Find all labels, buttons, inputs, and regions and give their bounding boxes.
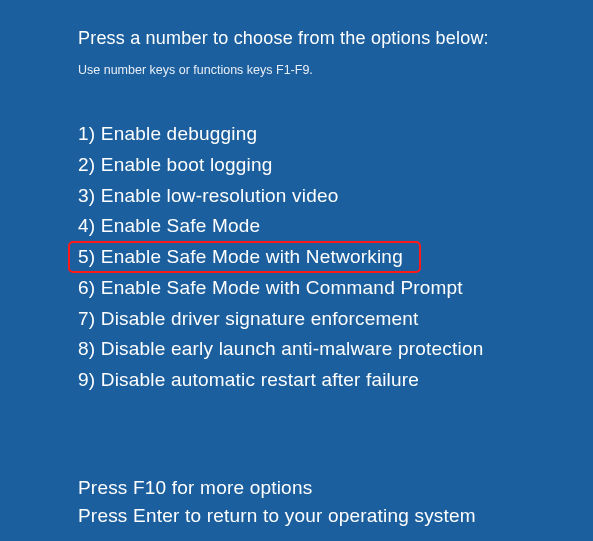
option-6[interactable]: 6) Enable Safe Mode with Command Prompt [78, 273, 593, 304]
option-5[interactable]: 5) Enable Safe Mode with Networking [78, 242, 593, 273]
option-label: Enable Safe Mode with Networking [101, 246, 403, 267]
option-number: 8) [78, 338, 95, 359]
option-2[interactable]: 2) Enable boot logging [78, 150, 593, 181]
option-label: Disable automatic restart after failure [101, 369, 419, 390]
option-label: Enable debugging [101, 123, 257, 144]
option-label: Disable early launch anti-malware protec… [101, 338, 484, 359]
option-number: 2) [78, 154, 95, 175]
option-number: 6) [78, 277, 95, 298]
option-number: 1) [78, 123, 95, 144]
option-label: Enable Safe Mode with Command Prompt [101, 277, 463, 298]
footer-return: Press Enter to return to your operating … [78, 502, 593, 531]
instruction-subheading: Use number keys or functions keys F1-F9. [78, 63, 593, 77]
option-8[interactable]: 8) Disable early launch anti-malware pro… [78, 334, 593, 365]
option-number: 9) [78, 369, 95, 390]
option-1[interactable]: 1) Enable debugging [78, 119, 593, 150]
option-3[interactable]: 3) Enable low-resolution video [78, 181, 593, 212]
option-label: Enable low-resolution video [101, 185, 339, 206]
option-number: 4) [78, 215, 95, 236]
option-number: 3) [78, 185, 95, 206]
option-7[interactable]: 7) Disable driver signature enforcement [78, 304, 593, 335]
instruction-heading: Press a number to choose from the option… [78, 28, 593, 49]
option-number: 7) [78, 308, 95, 329]
startup-options-list: 1) Enable debugging 2) Enable boot loggi… [78, 119, 593, 396]
footer-more-options: Press F10 for more options [78, 474, 593, 503]
option-label: Enable Safe Mode [101, 215, 261, 236]
option-9[interactable]: 9) Disable automatic restart after failu… [78, 365, 593, 396]
option-number: 5) [78, 246, 95, 267]
option-label: Disable driver signature enforcement [101, 308, 419, 329]
option-4[interactable]: 4) Enable Safe Mode [78, 211, 593, 242]
option-label: Enable boot logging [101, 154, 273, 175]
